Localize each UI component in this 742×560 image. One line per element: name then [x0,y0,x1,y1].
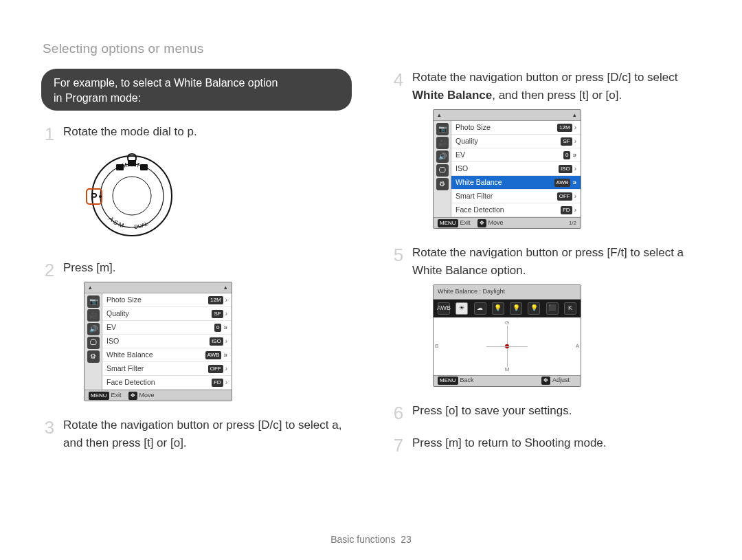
example-line-1: For example, to select a White Balance o… [54,77,278,89]
sound-icon: 🔊 [87,323,100,335]
menu-key-icon: MENU [438,377,458,385]
menu-key-icon: MENU [438,219,458,227]
wb-option-strip: AWB ☀ ☁ 💡 💡 💡 ⬛ K [434,300,581,317]
gear-icon: ⚙ [87,350,100,363]
wb-title: White Balance : Daylight [434,285,581,300]
menu-row-photo-size: Photo Size12M› [451,121,581,135]
wb-option-awb: AWB [438,302,450,315]
menu-row-smart-filter: Smart FilterOFF› [102,362,232,376]
camera-icon: 📷 [87,295,100,308]
wb-footer: MENUBack ✥Adjust [434,375,581,386]
page-footer: Basic functions 23 [0,534,742,545]
wb-option-kelvin: K [564,302,576,315]
menu-row-photo-size: Photo Size12M› [102,293,232,307]
example-callout: For example, to select a White Balance o… [41,69,352,111]
display-icon: 🖵 [87,337,100,349]
svg-rect-9 [140,164,148,170]
menu-row-ev: EV0» [451,148,581,162]
menu-row-ev: EV0» [102,321,232,335]
wb-option-cloudy: ☁ [474,302,486,315]
sound-icon: 🔊 [436,150,449,163]
wb-option-tungsten: 💡 [528,302,540,315]
step-6: Press [o] to save your settings. [390,402,701,420]
menu-footer: MENUExit ✥Move [85,390,232,401]
wb-adjust-grid: G M B A [434,317,581,375]
menu-row-face-detection: Face DetectionFD› [451,203,581,217]
svg-point-4 [99,195,102,198]
wb-option-fluorescent-h: 💡 [492,302,504,315]
mode-dial-graphic: P SMART A·S·M DUAL [84,148,180,244]
page-title: Selecting options or menus [43,41,701,56]
wb-option-daylight: ☀ [456,302,468,315]
white-balance-screen: White Balance : Daylight AWB ☀ ☁ 💡 💡 💡 ⬛… [433,284,581,387]
svg-rect-10 [116,164,124,170]
menu-row-white-balance: White BalanceAWB» [102,348,232,362]
menu-row-smart-filter: Smart FilterOFF› [451,190,581,203]
video-icon: 🎥 [436,137,449,149]
menu-row-white-balance: White BalanceAWB» [451,176,581,190]
nav-key-icon: ✥ [128,392,137,400]
menu-row-iso: ISOISO› [451,162,581,176]
step-5: Rotate the navigation button or press [F… [390,244,701,387]
menu-footer: MENUExit ✥Move 1/2 [434,217,581,228]
gear-icon: ⚙ [436,178,449,190]
step-2: Press [m]. ▴▴ 📷 🎥 🔊 🖵 ⚙ Photo Siz [41,259,352,402]
camera-icon: 📷 [436,123,449,135]
display-icon: 🖵 [436,164,449,177]
step-3: Rotate the navigation button or press [D… [41,416,352,451]
menu-row-iso: ISOISO› [102,335,232,348]
menu-row-face-detection: Face DetectionFD› [102,376,232,390]
menu-row-quality: QualitySF› [451,135,581,148]
menu-list: Photo Size12M› QualitySF› EV0» ISOISO› W… [451,121,581,217]
mode-dial-p-label: P [91,191,97,202]
menu-sidebar: 📷 🎥 🔊 🖵 ⚙ [434,121,451,217]
left-column: For example, to select a White Balance o… [41,69,352,467]
camera-menu-screen-1: ▴▴ 📷 🎥 🔊 🖵 ⚙ Photo Size12M› QualitySF› [84,282,232,401]
menu-key-icon: MENU [89,392,109,400]
camera-menu-screen-2: ▴▴ 📷 🎥 🔊 🖵 ⚙ Photo Size12M› QualitySF› [433,109,581,229]
svg-point-0 [92,156,172,236]
example-line-2: in Program mode: [54,92,141,104]
wb-option-fluorescent-l: 💡 [510,302,522,315]
right-column: Rotate the navigation button or press [D… [390,69,701,467]
step-1: Rotate the mode dial to p. P [41,123,352,244]
menu-list: Photo Size12M› QualitySF› EV0» ISOISO› W… [102,293,232,390]
video-icon: 🎥 [87,309,100,322]
menu-row-quality: QualitySF› [102,307,232,321]
menu-sidebar: 📷 🎥 🔊 🖵 ⚙ [85,293,102,390]
wb-option-custom: ⬛ [546,302,559,315]
wb-grid-cursor [505,344,509,348]
step-7: Press [m] to return to Shooting mode. [390,434,701,452]
svg-rect-8 [128,160,136,166]
nav-key-icon: ✥ [477,219,486,227]
step-4: Rotate the navigation button or press [D… [390,69,701,229]
nav-key-icon: ✥ [541,377,550,385]
